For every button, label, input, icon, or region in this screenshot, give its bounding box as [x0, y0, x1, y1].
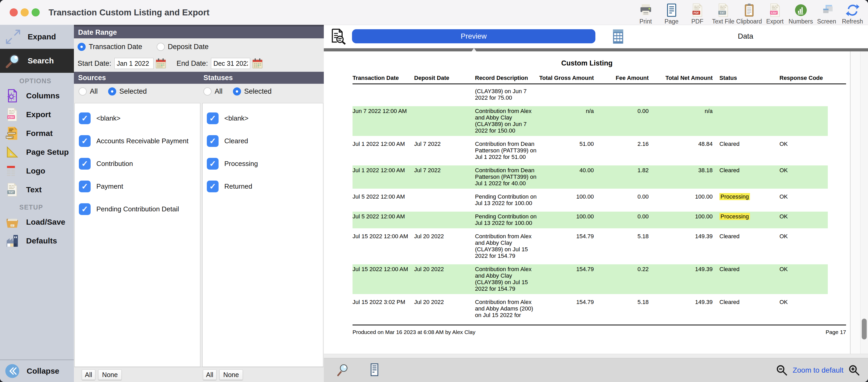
sources-header-label: Sources — [78, 74, 106, 82]
radio-date-type-deposit-date[interactable]: Deposit Date — [157, 43, 209, 51]
toolbar-page[interactable]: Page — [658, 1, 684, 25]
toolbar-print[interactable]: Print — [633, 1, 658, 25]
cell-fee: 5.18 — [594, 233, 649, 259]
source-item-pending-contribution-detail[interactable]: Pending Contribution Detail — [75, 198, 200, 220]
tab-data[interactable]: Data — [721, 29, 770, 43]
page-setup-icon — [5, 145, 19, 159]
toolbar-numbers[interactable]: Numbers — [788, 1, 814, 25]
statuses-all-button[interactable]: All — [203, 370, 216, 380]
calendar-icon — [252, 58, 263, 69]
checkbox-icon — [79, 203, 91, 215]
report-page: Custom Listing Transaction DateDeposit D… — [324, 51, 850, 354]
sidebar-item-text[interactable]: TXTText — [0, 180, 74, 199]
radio-statuses-selected[interactable]: Selected — [233, 88, 272, 96]
radio-sources-selected[interactable]: Selected — [108, 88, 147, 96]
scrollbar-thumb[interactable] — [862, 319, 867, 340]
toolbar-clipboard[interactable]: Clipboard — [736, 1, 762, 25]
sidebar-item-logo[interactable]: Logo — [0, 162, 74, 180]
sidebar-item-search[interactable]: Search — [0, 49, 74, 73]
cell-deposit_date — [414, 213, 475, 226]
zoom-out-icon[interactable] — [776, 364, 788, 376]
sidebar-item-search-label: Search — [28, 56, 54, 65]
sources-none-button[interactable]: None — [98, 370, 122, 380]
app-window: Transaction Custom Listing and Export Pr… — [0, 0, 868, 382]
column-header-deposit_date: Deposit Date — [414, 75, 475, 81]
cell-gross: 154.79 — [538, 266, 594, 292]
preview-divider-bar — [324, 48, 868, 51]
toolbar-clipboard-label: Clipboard — [736, 18, 762, 25]
checkbox-icon — [207, 180, 219, 192]
toolbar-text-file[interactable]: TXTText File — [710, 1, 736, 25]
cell-deposit_date — [414, 108, 475, 134]
radio-unselected-icon — [157, 43, 165, 51]
radio-sources-all[interactable]: All — [79, 88, 98, 96]
status-item-returned[interactable]: Returned — [203, 175, 323, 198]
sidebar-item-columns[interactable]: Columns — [0, 86, 74, 105]
cell-status — [713, 88, 779, 101]
checkbox-icon — [79, 112, 91, 124]
header-rule — [352, 83, 846, 84]
minimize-window-button[interactable] — [21, 8, 29, 16]
radio-statuses-all[interactable]: All — [204, 88, 222, 96]
report-list-icon[interactable] — [368, 363, 381, 377]
cell-fee — [594, 88, 649, 101]
status-badge: Cleared — [719, 141, 740, 147]
cell-response: OK — [779, 167, 828, 186]
close-window-button[interactable] — [10, 8, 18, 16]
sidebar-item-defaults[interactable]: Defaults — [0, 232, 74, 250]
toolbar: PrintPagePDFPDFTXTText FileClipboardCSVE… — [633, 1, 865, 25]
source-item-accounts-receivable-payment[interactable]: Accounts Receivable Payment — [75, 130, 200, 152]
status-item-cleared-label: Cleared — [224, 137, 248, 145]
sidebar-item-expand[interactable]: Expand — [0, 25, 74, 49]
toolbar-refresh[interactable]: Refresh — [840, 1, 865, 25]
source-item-blank[interactable]: <blank> — [75, 107, 200, 130]
sidebar-item-expand-label: Expand — [28, 32, 56, 41]
cell-response: OK — [779, 299, 828, 318]
table-row: Jun 7 2022 12:00 AMContribution from Ale… — [352, 106, 828, 136]
cell-description: Contribution from DeanPatterson (PATT399… — [475, 167, 538, 186]
end-date-input[interactable] — [211, 58, 250, 69]
sources-all-button[interactable]: All — [82, 370, 95, 380]
table-row: Jul 5 2022 12:00 AMPending Contribution … — [352, 192, 828, 208]
statuses-none-button[interactable]: None — [219, 370, 243, 380]
cell-fee: 0.22 — [594, 266, 649, 292]
magnifier-icon[interactable] — [336, 363, 350, 377]
status-item-processing[interactable]: Processing — [203, 152, 323, 175]
cell-response — [779, 88, 828, 101]
cell-gross — [538, 88, 594, 101]
cell-gross: n/a — [538, 108, 594, 134]
source-item-contribution[interactable]: Contribution — [75, 152, 200, 175]
table-body: (CLAY389) on Jun 72022 for 75.00Jun 7 20… — [352, 86, 828, 320]
zoom-in-icon[interactable] — [848, 364, 860, 376]
toolbar-export[interactable]: CSVExport — [762, 1, 788, 25]
radio-selected-icon — [108, 88, 116, 96]
maximize-window-button[interactable] — [32, 8, 40, 16]
report-title: Custom Listing — [324, 59, 850, 67]
status-item-blank[interactable]: <blank> — [203, 107, 323, 130]
toolbar-pdf[interactable]: PDFPDF — [684, 1, 710, 25]
table-grid-icon[interactable] — [610, 29, 626, 45]
start-date-calendar-button[interactable] — [155, 58, 167, 69]
cell-deposit_date: Jul 7 2022 — [414, 167, 475, 186]
sidebar-item-load-save[interactable]: Load/Save — [0, 213, 74, 232]
sidebar-item-collapse[interactable]: Collapse — [0, 360, 74, 382]
toolbar-screen[interactable]: Screen — [814, 1, 840, 25]
start-date-label: Start Date: — [78, 60, 111, 68]
sidebar-item-page-setup-label: Page Setup — [26, 148, 69, 157]
status-item-cleared[interactable]: Cleared — [203, 130, 323, 152]
cell-status: Cleared — [713, 141, 779, 160]
source-item-payment[interactable]: Payment — [75, 175, 200, 198]
sidebar-item-export[interactable]: CSVExport — [0, 105, 74, 124]
checkbox-icon — [79, 180, 91, 192]
zoom-to-default-link[interactable]: Zoom to default — [793, 366, 843, 375]
radio-date-type-transaction-date[interactable]: Transaction Date — [78, 43, 142, 51]
sidebar-item-format[interactable]: Format — [0, 124, 74, 143]
vertical-scrollbar[interactable] — [860, 51, 868, 354]
end-date-calendar-button[interactable] — [252, 58, 264, 69]
status-item-blank-label: <blank> — [224, 114, 249, 123]
sources-statuses-header: Sources Statuses — [74, 72, 324, 84]
screen-icon — [820, 3, 834, 17]
tab-preview[interactable]: Preview — [352, 29, 595, 43]
start-date-input[interactable] — [114, 58, 154, 69]
sidebar-item-page-setup[interactable]: Page Setup — [0, 143, 74, 162]
